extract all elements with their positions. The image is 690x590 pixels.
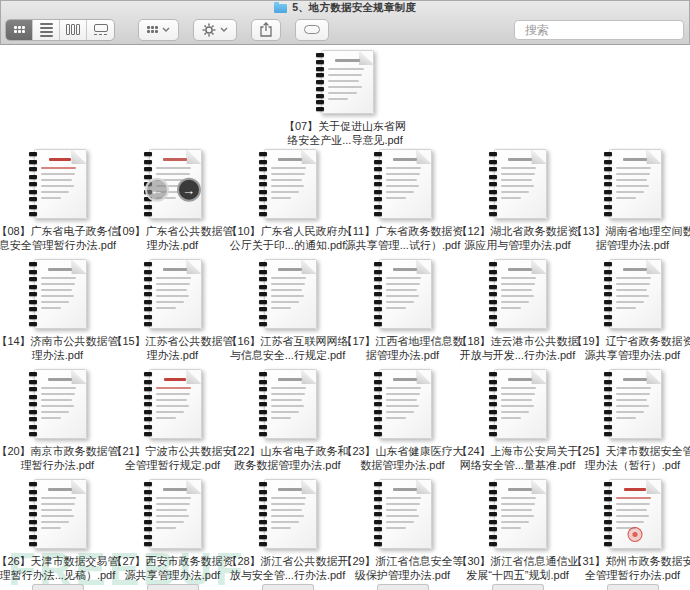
file-item[interactable]: ← → 【10】广东省人民政府办 公厅关于印...的通知.pdf xyxy=(230,147,345,257)
file-label-line1: 【28】浙江省公共数据开 xyxy=(226,555,348,569)
document-page xyxy=(264,149,317,219)
file-label-line1: 【22】山东省电子政务和 xyxy=(226,445,348,459)
file-item[interactable]: ← → 【30】浙江省信息通信业 发展“十四五”规划.pdf xyxy=(460,477,575,587)
file-item[interactable]: ← → 【31】郑州市政务数据安 全管理暂行办法.pdf xyxy=(575,477,690,587)
spiral-binding xyxy=(144,372,152,436)
file-item[interactable]: ← → 【18】连云港市公共数据 开放与开发...行办法.pdf xyxy=(460,257,575,367)
file-label: 【24】上海市公安局关于 网络安全管...量基准.pdf xyxy=(456,445,578,472)
prev-page-arrow-icon[interactable]: ← xyxy=(145,178,169,202)
red-seal-icon xyxy=(628,527,643,542)
partial-file-icon[interactable] xyxy=(147,584,199,590)
file-item[interactable]: ← → 【13】湖南省地理空间数 据管理办法.pdf xyxy=(575,147,690,257)
pdf-file-icon: ← → xyxy=(144,479,202,549)
spiral-binding xyxy=(29,482,37,546)
file-label: 【28】浙江省公共数据开 放与安全管...行办法.pdf xyxy=(226,555,348,582)
pdf-file-icon: ← → xyxy=(144,369,202,439)
pdf-file-icon: ← → xyxy=(489,479,547,549)
share-button[interactable] xyxy=(251,19,281,41)
file-label-line2: 络安全产业...导意见.pdf xyxy=(284,134,406,148)
file-item[interactable]: ← → 【15】江苏省公共数据管 理办法.pdf xyxy=(115,257,230,367)
document-page xyxy=(609,369,662,439)
file-label-line2: 政务数据管理办法.pdf xyxy=(226,459,348,473)
file-item[interactable]: ← → 【26】天津市数据交易管 理暂行办法...见稿）.pdf xyxy=(0,477,115,587)
file-label-line2: 级保护管理办法.pdf xyxy=(341,569,463,583)
document-text-lines xyxy=(328,59,367,108)
partial-file-icon[interactable] xyxy=(607,584,659,590)
search-field[interactable] xyxy=(514,20,684,40)
file-label-line1: 【29】浙江省信息安全等 xyxy=(341,555,463,569)
pdf-file-icon: ← → xyxy=(259,369,317,439)
spiral-binding xyxy=(604,482,612,546)
spiral-binding xyxy=(259,152,267,216)
pdf-file-icon: ← → xyxy=(29,369,87,439)
file-label-line2: 数据管理办法.pdf xyxy=(341,459,463,473)
file-label: 【20】南京市政务数据管 理暂行办法.pdf xyxy=(0,445,119,472)
file-label: 【16】江苏省互联网网络 与信息安全...行规定.pdf xyxy=(226,335,348,362)
document-page xyxy=(379,369,432,439)
partial-file-icon[interactable] xyxy=(492,584,544,590)
file-item[interactable]: ← → 【08】广东省电子政务信 息安全管理暂行办法.pdf xyxy=(0,147,115,257)
file-label-line2: 源应用与管理办法.pdf xyxy=(456,239,578,253)
file-label: 【29】浙江省信息安全等 级保护管理办法.pdf xyxy=(341,555,463,582)
file-item[interactable]: ← → 【29】浙江省信息安全等 级保护管理办法.pdf xyxy=(345,477,460,587)
document-page xyxy=(34,259,87,329)
file-item[interactable]: ← → 【20】南京市政务数据管 理暂行办法.pdf xyxy=(0,367,115,477)
document-page xyxy=(494,149,547,219)
file-item[interactable]: ← → 【17】江西省地理信息数 据管理办法.pdf xyxy=(345,257,460,367)
file-label-line2: 发展“十四五”规划.pdf xyxy=(456,569,578,583)
file-label: 【21】宁波市公共数据安 全管理暂行规定.pdf xyxy=(111,445,233,472)
file-item[interactable]: ← → 【14】济南市公共数据管 理办法.pdf xyxy=(0,257,115,367)
coverflow-view-button[interactable] xyxy=(87,20,114,40)
page-nav-overlay: ← → xyxy=(144,178,202,202)
document-text-lines xyxy=(156,488,195,543)
file-label-line2: 全管理暂行规定.pdf xyxy=(111,459,233,473)
search-input[interactable] xyxy=(525,23,680,37)
column-view-button[interactable] xyxy=(60,20,87,40)
file-item[interactable]: ← → 【11】广东省政务数据资 源共享管理...试行）.pdf xyxy=(345,147,460,257)
pdf-file-icon: ← → xyxy=(29,479,87,549)
partial-file-icon[interactable] xyxy=(32,584,84,590)
file-item[interactable]: ← → 【19】辽宁省政务数据资 源共享管理办法.pdf xyxy=(575,257,690,367)
file-label-line2: 源共享管理办法.pdf xyxy=(111,569,233,583)
spiral-binding xyxy=(259,372,267,436)
file-item[interactable]: ← → 【24】上海市公安局关于 网络安全管...量基准.pdf xyxy=(460,367,575,477)
document-text-lines xyxy=(386,268,425,323)
file-item[interactable]: ← → 【27】西安市政务数据资 源共享管理办法.pdf xyxy=(115,477,230,587)
file-label-line2: 源共享管理...试行）.pdf xyxy=(342,239,463,253)
document-page xyxy=(609,259,662,329)
file-item[interactable]: ← → 【07】关于促进山东省网 络安全产业...导意见.pdf xyxy=(288,48,403,147)
spiral-binding xyxy=(374,152,382,216)
file-item[interactable]: ← → 【23】山东省健康医疗大 数据管理办法.pdf xyxy=(345,367,460,477)
pdf-file-icon: ← → xyxy=(374,479,432,549)
spiral-binding xyxy=(374,372,382,436)
file-item[interactable]: ← → 【21】宁波市公共数据安 全管理暂行规定.pdf xyxy=(115,367,230,477)
group-by-button[interactable] xyxy=(138,19,179,41)
document-text-lines xyxy=(41,488,80,543)
document-text-lines xyxy=(271,488,310,543)
file-item[interactable]: ← → 【28】浙江省公共数据开 放与安全管...行办法.pdf xyxy=(230,477,345,587)
file-item[interactable]: ← → 【12】湖北省政务数据资 源应用与管理办法.pdf xyxy=(460,147,575,257)
partial-file-icon[interactable] xyxy=(377,584,429,590)
file-label-line1: 【10】广东省人民政府办 xyxy=(226,225,348,239)
file-label-line1: 【24】上海市公安局关于 xyxy=(456,445,578,459)
file-item[interactable]: ← → 【16】江苏省互联网网络 与信息安全...行规定.pdf xyxy=(230,257,345,367)
file-item[interactable]: ← → 【09】广东省公共数据管 理办法.pdf xyxy=(115,147,230,257)
spiral-binding xyxy=(29,152,37,216)
action-menu-button[interactable] xyxy=(193,19,237,41)
spiral-binding xyxy=(144,482,152,546)
finder-window: 5、地方数据安全规章制度 xyxy=(0,0,690,590)
file-label-line1: 【11】广东省政务数据资 xyxy=(342,225,463,239)
document-text-lines xyxy=(41,158,80,213)
list-view-button[interactable] xyxy=(33,20,60,40)
share-icon xyxy=(260,22,272,37)
file-item[interactable]: ← → 【25】天津市数据安全管 理办法（暂行）.pdf xyxy=(575,367,690,477)
pdf-file-icon: ← → xyxy=(604,479,662,549)
next-page-arrow-icon[interactable]: → xyxy=(177,178,201,202)
partial-file-icon[interactable] xyxy=(262,584,314,590)
document-page xyxy=(34,369,87,439)
tags-button[interactable] xyxy=(295,19,329,41)
file-label-line1: 【16】江苏省互联网网络 xyxy=(226,335,348,349)
file-label-line2: 息安全管理暂行办法.pdf xyxy=(0,239,119,253)
file-item[interactable]: ← → 【22】山东省电子政务和 政务数据管理办法.pdf xyxy=(230,367,345,477)
icon-view-button[interactable] xyxy=(6,20,33,40)
